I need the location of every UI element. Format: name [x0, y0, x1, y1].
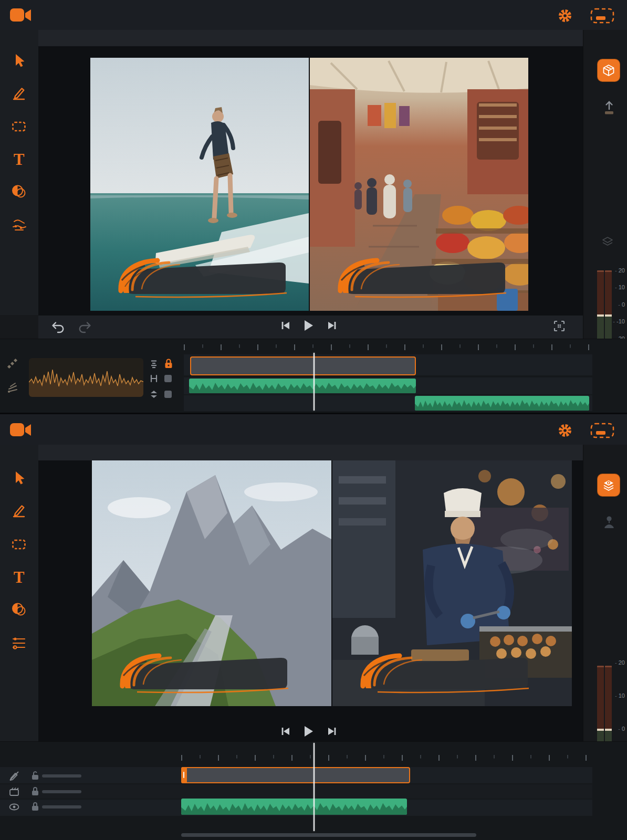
meter-label: 0	[611, 726, 625, 732]
gear-icon[interactable]	[558, 8, 572, 23]
meter-label: 10	[611, 284, 625, 290]
trim-handles-icon[interactable]	[149, 374, 159, 383]
visibility-eye-icon[interactable]	[8, 801, 20, 813]
text-tool-icon[interactable]: T	[11, 568, 27, 586]
text-tool-icon[interactable]: T	[11, 150, 27, 168]
track-row-middle	[0, 784, 592, 799]
adjust-sliders-tool-icon[interactable]	[11, 635, 27, 651]
audio-waveform-panel[interactable]	[29, 358, 143, 397]
video-camera-icon[interactable]	[9, 421, 32, 439]
preview-image-market[interactable]	[310, 58, 528, 311]
select-tool-icon[interactable]	[11, 470, 27, 486]
clip-frame-icon[interactable]	[8, 786, 20, 797]
color-fill-tool-icon[interactable]	[11, 184, 27, 200]
lower-third-swoosh-overlay	[90, 256, 309, 300]
marquee-tool-icon[interactable]	[11, 537, 27, 552]
skip-forward-button[interactable]	[327, 321, 337, 330]
lock-locked-icon[interactable]	[30, 785, 40, 797]
skip-back-button[interactable]	[280, 727, 291, 736]
timeline-scrollbar[interactable]	[181, 833, 476, 837]
track-toggle-square[interactable]	[164, 375, 172, 382]
skip-back-button[interactable]	[280, 321, 291, 330]
lower-third-swoosh-overlay	[92, 652, 310, 696]
lower-third-swoosh-overlay	[310, 256, 528, 300]
titlebar	[0, 0, 627, 31]
text-tool-glyph: T	[14, 151, 25, 167]
meter-label: 0	[611, 301, 625, 308]
preview-toolbar-strip	[38, 30, 583, 47]
meter-label: 10	[611, 692, 625, 699]
track-thumbnail-icon[interactable]	[149, 359, 159, 369]
motion-tool-icon[interactable]	[11, 217, 27, 233]
tool-sidebar	[0, 445, 39, 741]
track-name-placeholder	[42, 774, 81, 778]
layers-faint-icon[interactable]	[601, 235, 614, 249]
preview-toolbar-strip	[38, 445, 583, 461]
pen-disabled-icon[interactable]	[8, 770, 20, 782]
skip-forward-button[interactable]	[327, 727, 337, 736]
playhead[interactable]	[314, 353, 315, 411]
preview-image-mountains[interactable]	[92, 460, 331, 706]
editor-panel-top: T	[0, 0, 627, 413]
tool-sidebar	[0, 30, 39, 315]
trim-handle-grip	[183, 772, 184, 778]
track-toggle-square[interactable]	[164, 391, 172, 398]
play-button[interactable]	[302, 319, 314, 332]
video-clip-selected[interactable]	[181, 767, 410, 783]
track-name-placeholder	[42, 805, 81, 808]
flip-vertical-icon[interactable]	[149, 390, 159, 399]
effects-icon[interactable]	[6, 381, 19, 394]
video-camera-icon[interactable]	[9, 6, 32, 24]
frame-select-icon[interactable]	[590, 8, 614, 24]
lock-unlocked-icon[interactable]	[30, 770, 40, 781]
redo-icon[interactable]	[77, 320, 92, 334]
audio-clip-1[interactable]	[189, 379, 416, 393]
preview-image-chef[interactable]	[332, 460, 572, 706]
user-icon[interactable]	[602, 514, 616, 529]
clip-trim-handle[interactable]	[181, 767, 187, 783]
marquee-tool-icon[interactable]	[11, 119, 27, 134]
playhead[interactable]	[314, 743, 315, 831]
keyframes-icon[interactable]	[6, 358, 19, 371]
audio-clip[interactable]	[181, 799, 407, 815]
frame-select-icon[interactable]	[590, 423, 614, 438]
timeline-ruler[interactable]	[181, 755, 592, 761]
preview-image-surfer[interactable]	[90, 58, 309, 311]
select-tool-icon[interactable]	[11, 52, 27, 68]
text-tool-glyph: T	[14, 569, 25, 585]
layers-icon	[602, 478, 615, 492]
play-button[interactable]	[302, 725, 314, 738]
lower-third-swoosh-overlay	[332, 652, 551, 696]
cube-3d-button[interactable]	[598, 59, 620, 81]
layers-button[interactable]	[598, 474, 620, 496]
track-name-placeholder	[42, 790, 81, 793]
timeline-ruler[interactable]	[184, 344, 592, 350]
video-clip-selected[interactable]	[190, 356, 416, 375]
fit-view-icon[interactable]	[553, 320, 566, 332]
cube-icon	[602, 64, 615, 77]
meter-label: 20	[611, 659, 625, 666]
titlebar	[0, 414, 627, 446]
undo-icon[interactable]	[50, 320, 66, 334]
pen-tool-icon[interactable]	[11, 502, 27, 518]
pen-tool-icon[interactable]	[11, 85, 27, 101]
audio-clip-2[interactable]	[415, 396, 589, 411]
upload-icon[interactable]	[602, 100, 616, 116]
meter-label: 20	[611, 267, 625, 274]
color-fill-tool-icon[interactable]	[11, 602, 27, 617]
gear-icon[interactable]	[558, 423, 572, 438]
video-editor-stacked-screens: T	[0, 0, 627, 840]
meter-label: -10	[611, 318, 625, 324]
lock-locked-icon[interactable]	[30, 801, 40, 812]
lock-locked-icon[interactable]	[163, 358, 174, 369]
